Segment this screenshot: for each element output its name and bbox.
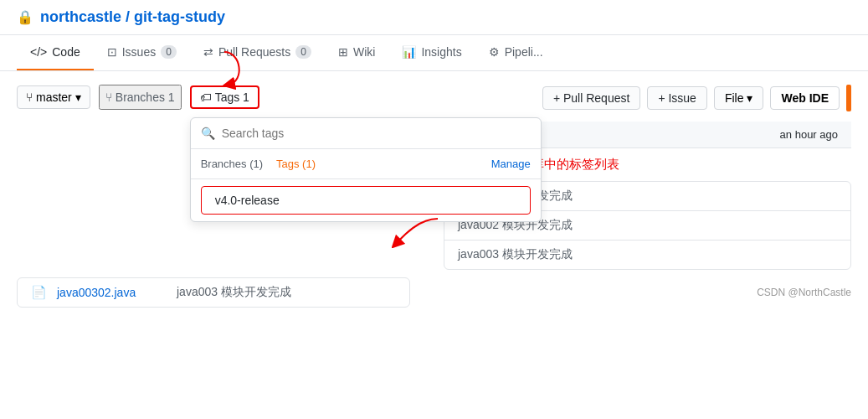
dropdown-search-bar: 🔍 [191,118,541,149]
tab-insights[interactable]: 📊 Insights [388,35,475,70]
branch-bar: ⑂ master ▾ ⑂ Branches 1 🏷 Tags 1 [17,85,410,110]
code-icon: </> [30,45,47,59]
file-btn[interactable]: File ▾ [714,86,764,110]
tab-wiki[interactable]: ⊞ Wiki [325,35,388,70]
branch-icon: ⑂ [26,91,33,104]
right-top-bar: + Pull Request + Issue File ▾ Web IDE [444,85,851,111]
file-list: 📄 java00302.java java003 模块开发完成 [17,277,410,308]
orange-accent-bar [846,85,851,111]
tags-dropdown: 🔍 Branches (1) Tags (1) [190,117,542,222]
search-icon: 🔍 [201,127,215,140]
top-bar: 🔒 northcastle / git-tag-study [0,0,868,35]
tab-pipelines[interactable]: ⚙ Pipeli... [475,35,557,70]
file-row: 📄 java00302.java java003 模块开发完成 [18,278,409,307]
webide-btn[interactable]: Web IDE [770,86,840,110]
issue-btn[interactable]: + Issue [647,86,707,110]
commit-time: an hour ago [780,128,838,141]
branches-btn[interactable]: ⑂ Branches 1 [99,85,182,110]
pipelines-icon: ⚙ [489,45,500,59]
repo-title[interactable]: northcastle / git-tag-study [40,8,225,26]
table-row: java003 模块开发完成 [444,241,850,269]
lock-icon: 🔒 [17,9,33,25]
pr-badge: 0 [295,45,311,59]
file-commit-3: java003 模块开发完成 [458,247,837,262]
content-area: ⑂ master ▾ ⑂ Branches 1 🏷 Tags 1 [0,71,868,321]
chevron-down-icon: ▾ [75,91,81,104]
dropdown-manage-btn[interactable]: Manage [491,158,531,170]
tag-item-v4[interactable]: v4.0-release [201,186,531,215]
tab-code[interactable]: </> Code [17,35,94,70]
arrow-annotation [199,48,249,90]
branch-count-icon: ⑂ [105,91,112,104]
nav-tabs: </> Code ⊡ Issues 0 ⇄ Pull Requests 0 ⊞ … [0,35,868,71]
left-panel: ⑂ master ▾ ⑂ Branches 1 🏷 Tags 1 [17,85,410,308]
dropdown-tab-branches[interactable]: Branches (1) [201,156,263,172]
tab-issues[interactable]: ⊡ Issues 0 [94,35,190,70]
master-dropdown-btn[interactable]: ⑂ master ▾ [17,85,90,109]
file-commit-msg: java003 模块开发完成 [177,285,396,300]
issues-badge: 0 [161,45,177,59]
file-area-bottom: 📄 java00302.java java003 模块开发完成 [17,277,410,308]
insights-icon: 📊 [402,45,416,59]
file-doc-icon: 📄 [31,285,47,300]
wiki-icon: ⊞ [338,45,348,59]
arrow-tag-annotation [392,215,442,248]
csdn-credit: CSDN @NorthCastle [444,287,851,298]
dropdown-tab-tags[interactable]: Tags (1) [276,156,316,172]
search-tags-input[interactable] [222,127,531,140]
chevron-down-icon: ▾ [747,91,752,105]
tag-icon: 🏷 [200,91,212,104]
pull-request-btn[interactable]: + Pull Request [542,86,640,110]
issues-icon: ⊡ [107,45,117,59]
file-name[interactable]: java00302.java [57,286,167,299]
dropdown-tabs: Branches (1) Tags (1) Manage [191,149,541,179]
